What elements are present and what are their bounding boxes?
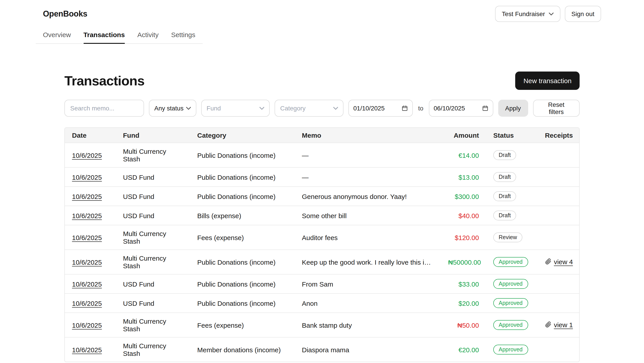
table-row: 10/6/2025 Multi Currency Stash Member do… [65,337,580,362]
header-date: Date [65,128,116,143]
status-cell: Approved [486,337,534,362]
app-header: OpenBooks Test Fundraiser Sign out Overv… [0,0,644,44]
category-cell: Fees (expense) [190,313,295,337]
header-fund: Fund [116,128,190,143]
paperclip-icon [546,322,552,328]
date-link[interactable]: 10/6/2025 [72,151,102,159]
status-select[interactable]: Any status [149,100,196,117]
amount-value: €14.00 [458,151,479,159]
memo-cell: From Sam [295,274,441,294]
receipts-cell [534,187,580,206]
nav-tab-settings[interactable]: Settings [171,28,195,44]
date-cell: 10/6/2025 [65,250,116,274]
memo-cell: — [295,167,441,187]
fund-cell: USD Fund [116,294,190,313]
fund-select[interactable]: Fund [201,100,270,117]
status-cell: Approved [486,313,534,337]
main-content: Transactions New transaction Any status … [0,44,644,363]
fund-cell: USD Fund [116,206,190,225]
category-cell: Fees (expense) [190,225,295,250]
date-cell: 10/6/2025 [65,337,116,362]
status-cell: Approved [486,274,534,294]
date-cell: 10/6/2025 [65,167,116,187]
status-badge: Approved [493,345,528,355]
receipt-link[interactable]: view 1 [546,321,573,329]
receipts-cell: view 4 [534,250,580,274]
transactions-table-wrap: Date Fund Category Memo Amount Status Re… [64,127,580,362]
org-selector-button[interactable]: Test Fundraiser [495,6,560,22]
status-badge: Draft [493,211,516,220]
filters-bar: Any status Fund Category [64,100,580,117]
header-actions: Test Fundraiser Sign out [495,6,601,22]
date-cell: 10/6/2025 [65,294,116,313]
receipts-cell [534,143,580,167]
date-range-to-label: to [418,105,423,112]
date-to-input[interactable] [434,105,478,112]
date-link[interactable]: 10/6/2025 [72,299,102,307]
table-row: 10/6/2025 USD Fund Public Donations (inc… [65,294,580,313]
status-badge: Draft [493,191,516,201]
new-transaction-button[interactable]: New transaction [516,71,580,90]
header-receipts: Receipts [534,128,580,143]
app-viewport: OpenBooks Test Fundraiser Sign out Overv… [0,0,644,363]
header-amount: Amount [441,128,486,143]
status-badge: Approved [493,257,528,267]
main-nav: Overview Transactions Activity Settings [36,28,202,44]
date-cell: 10/6/2025 [65,206,116,225]
amount-cell: ₦50000.00 [441,250,486,274]
category-cell: Public Donations (income) [190,250,295,274]
date-link[interactable]: 10/6/2025 [72,321,102,329]
transactions-table: Date Fund Category Memo Amount Status Re… [65,128,580,362]
fund-cell: Multi Currency Stash [116,143,190,167]
status-select-value: Any status [154,105,184,112]
amount-cell: $120.00 [441,225,486,250]
date-cell: 10/6/2025 [65,225,116,250]
fund-cell: Multi Currency Stash [116,225,190,250]
table-row: 10/6/2025 USD Fund Public Donations (inc… [65,274,580,294]
receipt-link[interactable]: view 4 [546,258,573,266]
category-cell: Public Donations (income) [190,143,295,167]
status-cell: Draft [486,206,534,225]
amount-value: $13.00 [458,173,479,181]
table-row: 10/6/2025 Multi Currency Stash Fees (exp… [65,313,580,337]
category-select[interactable]: Category [275,100,344,117]
search-memo-input[interactable] [64,100,144,117]
date-link[interactable]: 10/6/2025 [72,192,102,200]
fund-select-placeholder: Fund [206,105,221,112]
receipts-cell [534,206,580,225]
receipts-cell [534,225,580,250]
sign-out-label: Sign out [571,10,594,17]
sign-out-button[interactable]: Sign out [564,6,601,22]
receipt-link-label: view 4 [554,258,573,266]
reset-filters-button[interactable]: Reset filters [533,100,580,117]
apply-filters-button[interactable]: Apply [498,100,528,117]
status-badge: Approved [493,320,528,330]
header-memo: Memo [295,128,441,143]
nav-tab-activity[interactable]: Activity [137,28,158,44]
status-cell: Approved [486,294,534,313]
category-select-placeholder: Category [280,105,306,112]
date-link[interactable]: 10/6/2025 [72,258,102,266]
amount-cell: €14.00 [441,143,486,167]
date-link[interactable]: 10/6/2025 [72,212,102,219]
calendar-icon[interactable] [402,105,408,111]
date-link[interactable]: 10/6/2025 [72,346,102,354]
status-cell: Approved [486,250,534,274]
status-badge: Review [493,232,522,242]
amount-value: ₦50.00 [457,321,479,329]
fund-cell: Multi Currency Stash [116,313,190,337]
nav-tab-transactions[interactable]: Transactions [84,28,125,44]
status-cell: Draft [486,187,534,206]
date-from-input[interactable] [353,105,398,112]
nav-tab-overview[interactable]: Overview [43,28,71,44]
amount-value: $300.00 [455,192,479,200]
date-link[interactable]: 10/6/2025 [72,173,102,181]
table-row: 10/6/2025 Multi Currency Stash Public Do… [65,250,580,274]
fund-cell: USD Fund [116,274,190,294]
receipts-cell [534,167,580,187]
date-link[interactable]: 10/6/2025 [72,280,102,288]
calendar-icon[interactable] [482,105,488,111]
date-link[interactable]: 10/6/2025 [72,234,102,241]
status-badge: Draft [493,150,516,160]
amount-cell: $20.00 [441,294,486,313]
